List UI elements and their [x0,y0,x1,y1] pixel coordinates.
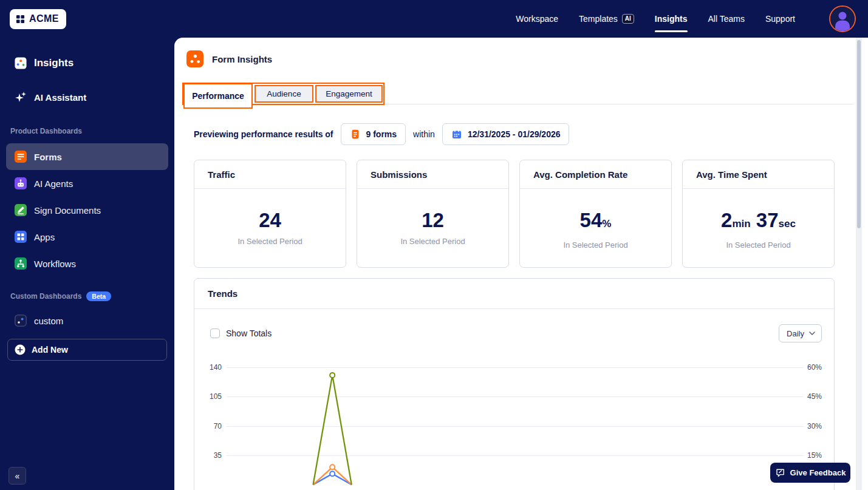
stat-value: 54% [520,209,671,235]
preview-prefix-text: Previewing performance results of [194,129,333,139]
trends-chart: 140 105 70 35 60% 45% 30% 15% [194,358,835,490]
y-axis-left-tick: 70 [194,421,222,431]
nav-workspace[interactable]: Workspace [516,14,558,24]
sidebar-item-ai-assistant[interactable]: AI Assistant [15,87,86,107]
stat-number: 2 [721,209,732,231]
form-insights-icon [186,50,203,67]
y-axis-right-tick: 60% [807,362,835,372]
stat-body: 2min 37sec In Selected Period [683,189,834,250]
sidebar-items: Forms AI Agents Sign Documents Apps Work… [0,143,174,277]
stat-body: 54% In Selected Period [520,189,671,250]
stat-title: Avg. Completion Rate [520,160,671,189]
date-range-label: 12/31/2025 - 01/29/2026 [468,129,561,139]
nav-templates-label: Templates [579,14,618,24]
collapse-chevrons-icon: « [15,471,20,481]
stat-title: Submissions [357,160,508,189]
sidebar-item-label: Forms [34,152,62,162]
stat-body: 12 In Selected Period [357,189,508,246]
add-new-button[interactable]: Add New [7,339,167,361]
stat-caption: In Selected Period [194,237,346,246]
ai-assistant-label: AI Assistant [34,92,86,103]
feedback-chat-icon [775,468,785,478]
ai-badge: AI [622,14,634,24]
forms-selector-label: 9 forms [366,129,397,139]
user-avatar[interactable] [829,5,856,32]
sidebar-item-label: Apps [34,232,55,242]
sidebar-item-custom[interactable]: custom [6,308,168,333]
nav-templates[interactable]: Templates AI [579,14,634,24]
trends-title: Trends [194,279,834,309]
stat-number: 37 [756,209,779,231]
stat-caption: In Selected Period [683,240,834,250]
scrollbar-thumb[interactable] [857,40,861,228]
show-totals-checkbox[interactable] [210,328,220,338]
collapse-sidebar-button[interactable]: « [9,467,26,485]
stat-card-completion-rate: Avg. Completion Rate 54% In Selected Per… [519,160,672,268]
stat-title: Avg. Time Spent [683,160,834,189]
date-range-button[interactable]: 12/31/2025 - 01/29/2026 [442,123,570,145]
sidebar-item-label: Sign Documents [34,205,101,216]
apps-icon [15,231,27,243]
nav-support[interactable]: Support [765,14,795,24]
sidebar-item-forms[interactable]: Forms [6,143,168,170]
y-axis-left-tick: 140 [194,362,222,372]
add-new-label: Add New [32,345,68,355]
stat-number: 54 [580,209,603,231]
avatar-person-icon [830,7,855,31]
workflows-icon [15,257,27,270]
stat-unit: % [602,218,611,230]
stat-value: 2min 37sec [683,209,834,235]
sidebar-item-ai-agents[interactable]: AI Agents [6,170,168,197]
trend-chart-svg [227,358,804,490]
plus-circle-icon [15,344,26,355]
tab-audience[interactable]: Audience [255,85,313,103]
product-dashboards-label: Product Dashboards [10,126,82,136]
sparkles-icon [15,91,27,103]
sidebar-item-apps[interactable]: Apps [6,223,168,250]
beta-badge: Beta [86,291,111,301]
granularity-select[interactable]: Daily [779,324,822,342]
calendar-icon [451,129,462,140]
tab-performance[interactable]: Performance [183,83,253,109]
stats-row: Traffic 24 In Selected Period Submission… [194,160,835,268]
stat-caption: In Selected Period [357,237,508,246]
sidebar-title-label: Insights [34,57,73,69]
form-doc-icon [350,129,361,140]
feedback-label: Give Feedback [790,468,846,477]
form-insights-header: Form Insights [186,50,272,67]
y-axis-right-tick: 30% [807,421,835,431]
stat-title: Traffic [194,160,346,189]
main-panel: Form Insights Performance Audience Engag… [174,38,868,490]
ai-agents-icon [15,177,27,189]
custom-dashboard-icon [15,315,27,327]
stat-card-submissions: Submissions 12 In Selected Period [357,160,509,268]
custom-dashboards-text: Custom Dashboards [10,292,81,301]
sidebar-title: Insights [15,52,73,74]
nav-all-teams[interactable]: All Teams [708,14,745,24]
stat-card-traffic: Traffic 24 In Selected Period [194,160,346,268]
preview-row: Previewing performance results of 9 form… [194,123,569,145]
custom-dashboards-label: Custom Dashboards Beta [10,291,111,301]
acme-logo[interactable]: ACME [10,9,66,29]
sidebar-item-label: custom [34,316,63,326]
sidebar-item-sign-documents[interactable]: Sign Documents [6,197,168,223]
chevron-down-icon [809,332,815,335]
sidebar-item-workflows[interactable]: Workflows [6,250,168,277]
give-feedback-button[interactable]: Give Feedback [770,463,850,483]
insights-logo-icon [15,57,27,69]
show-totals-label: Show Totals [226,328,272,338]
nav-insights[interactable]: Insights [655,14,688,24]
stat-unit: min [732,218,750,230]
scrollbar-track[interactable] [856,38,862,490]
topbar: ACME Workspace Templates AI Insights All… [0,0,868,38]
trends-card: Trends Show Totals Daily 140 105 70 35 6… [194,278,835,490]
forms-selector-button[interactable]: 9 forms [341,123,406,145]
stat-caption: In Selected Period [520,240,671,250]
stat-body: 24 In Selected Period [194,189,346,246]
logo-text: ACME [29,13,59,24]
trends-controls: Show Totals Daily [210,324,822,342]
tab-engagement[interactable]: Engagement [315,85,383,103]
y-axis-right-tick: 15% [807,451,835,460]
sidebar: Insights AI Assistant Product Dashboards… [0,38,174,490]
page-title: Form Insights [212,54,272,64]
